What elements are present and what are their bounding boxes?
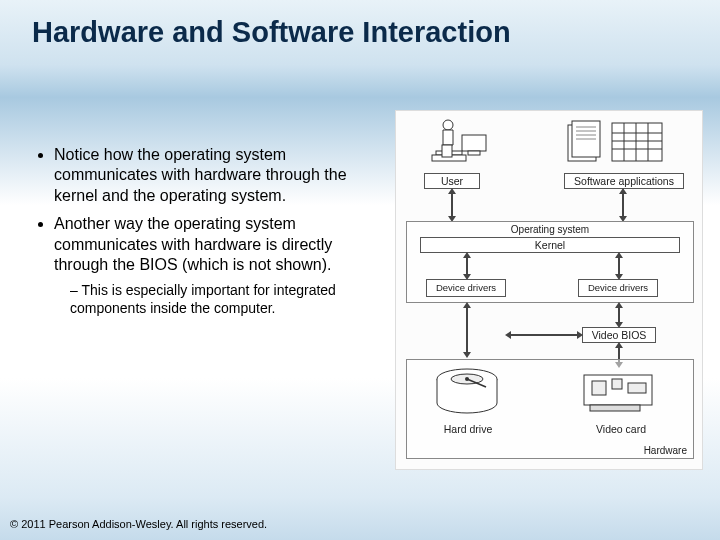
video-card-icon bbox=[580, 369, 660, 419]
video-bios-box: Video BIOS bbox=[582, 327, 656, 343]
hard-drive-label: Hard drive bbox=[426, 423, 510, 435]
architecture-diagram: User Software applications Operating sys… bbox=[395, 110, 703, 470]
hardware-group-label: Hardware bbox=[407, 445, 693, 456]
arrow-dd-hdd bbox=[466, 307, 468, 353]
user-icon bbox=[428, 117, 498, 171]
svg-rect-5 bbox=[442, 145, 452, 157]
video-card-label: Video card bbox=[586, 423, 656, 435]
svg-rect-12 bbox=[612, 123, 662, 161]
user-label-box: User bbox=[424, 173, 480, 189]
subbullet-1: This is especially important for integra… bbox=[70, 282, 372, 318]
arrow-dd-vbios-horz bbox=[510, 334, 578, 336]
device-drivers-left-box: Device drivers bbox=[426, 279, 506, 297]
svg-rect-26 bbox=[612, 379, 622, 389]
svg-rect-27 bbox=[628, 383, 646, 393]
arrow-software-os bbox=[622, 193, 624, 217]
software-label-box: Software applications bbox=[564, 173, 684, 189]
os-group-label: Operating system bbox=[407, 224, 693, 235]
documents-icon bbox=[566, 119, 666, 169]
arrow-kernel-dd-right bbox=[618, 257, 620, 275]
bullet-2: Another way the operating system communi… bbox=[54, 214, 372, 317]
bullet-1: Notice how the operating system communic… bbox=[54, 145, 372, 206]
svg-point-4 bbox=[443, 120, 453, 130]
arrow-user-os bbox=[451, 193, 453, 217]
hard-drive-icon bbox=[432, 367, 502, 419]
svg-rect-25 bbox=[592, 381, 606, 395]
kernel-box: Kernel bbox=[420, 237, 680, 253]
device-drivers-right-box: Device drivers bbox=[578, 279, 658, 297]
svg-rect-24 bbox=[590, 405, 640, 411]
arrow-kernel-dd-left bbox=[466, 257, 468, 275]
arrow-dd-vbios bbox=[618, 307, 620, 323]
svg-rect-1 bbox=[468, 151, 480, 155]
copyright: © 2011 Pearson Addison-Wesley. All right… bbox=[10, 518, 267, 530]
slide-title: Hardware and Software Interaction bbox=[32, 16, 700, 49]
bullet-2-text: Another way the operating system communi… bbox=[54, 215, 332, 273]
body-text: Notice how the operating system communic… bbox=[32, 145, 372, 326]
svg-rect-0 bbox=[462, 135, 486, 151]
